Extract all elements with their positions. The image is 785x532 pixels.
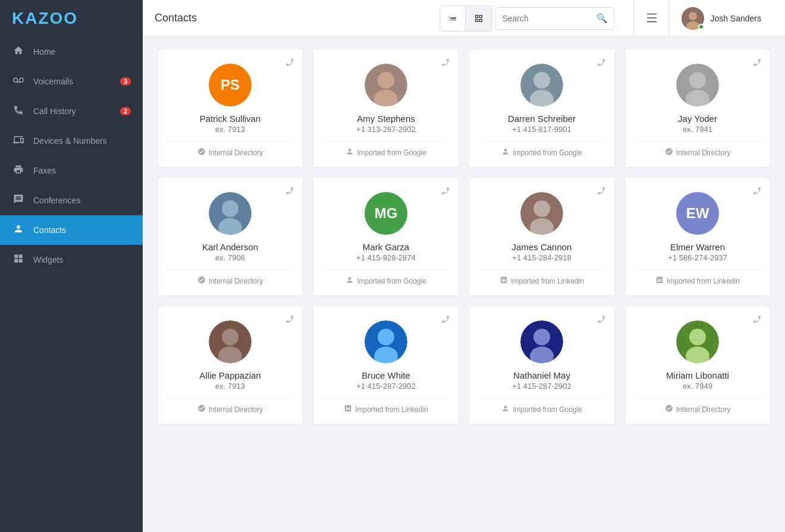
notifications-area[interactable] (634, 0, 670, 37)
topbar-right: 🔍 (439, 0, 773, 37)
call-button[interactable] (441, 314, 450, 326)
topbar: Contacts 🔍 (143, 0, 785, 37)
contact-phone: ex. 7906 (215, 253, 245, 262)
contact-phone: +1 415-287-2902 (356, 382, 415, 391)
source-icon (501, 404, 510, 414)
svg-point-4 (378, 72, 394, 89)
contact-avatar (209, 192, 252, 235)
sidebar-nav: Home Voicemails 3 Call History 2 Devices… (0, 37, 143, 275)
app-logo: KAZOO (0, 0, 143, 37)
source-label: Internal Directory (209, 149, 263, 157)
call-button[interactable] (752, 314, 762, 326)
logo-text: KAZOO (12, 9, 78, 28)
call-button[interactable] (752, 186, 762, 198)
contact-phone: ex. 7913 (215, 125, 245, 134)
contacts-icon (12, 223, 25, 237)
devices-icon (12, 134, 25, 147)
view-toggle (439, 5, 492, 32)
sidebar: KAZOO Home Voicemails 3 Call History 2 (0, 0, 143, 532)
call-button[interactable] (285, 314, 294, 326)
contact-name: Allie Pappazian (199, 370, 260, 380)
user-status-dot (698, 24, 704, 30)
contact-card: MG Mark Garza +1 415-928-2874 Imported f… (313, 177, 459, 296)
contact-card: PS Patrick Sullivan ex. 7913 Internal Di… (157, 49, 303, 168)
contact-name: Nathaniel May (513, 370, 570, 380)
contact-source: Imported from Linkedin (323, 398, 449, 414)
source-label: Imported from Google (357, 277, 426, 285)
user-name: Josh Sanders (710, 14, 761, 23)
contact-name: Elmer Warren (670, 242, 725, 252)
contact-avatar (520, 320, 563, 363)
contact-source: Imported from Google (323, 269, 449, 286)
source-icon (197, 147, 206, 158)
call-button[interactable] (441, 186, 450, 198)
contact-card: Bruce White +1 415-287-2902 Imported fro… (313, 306, 459, 424)
sidebar-item-devices-numbers[interactable]: Devices & Numbers (0, 126, 143, 156)
sidebar-item-voicemails[interactable]: Voicemails 3 (0, 67, 143, 96)
contact-name: Bruce White (362, 370, 410, 380)
call-history-icon (12, 105, 25, 118)
contact-phone: +1 415-817-9901 (512, 125, 571, 134)
sidebar-label-conferences: Conferences (33, 196, 80, 205)
sidebar-label-home: Home (33, 47, 55, 56)
contact-name: Jay Yoder (678, 114, 717, 124)
contact-name: Karl Anderson (202, 242, 258, 252)
source-icon (655, 276, 664, 286)
contact-phone: +1 415-284-2918 (512, 253, 571, 262)
contact-phone: +1 313-287-2902 (356, 125, 415, 134)
contact-avatar: PS (209, 64, 252, 106)
contact-avatar (676, 320, 719, 363)
source-label: Imported from Linkedin (511, 277, 584, 285)
sidebar-item-widgets[interactable]: Widgets (0, 245, 143, 275)
contact-card: Jay Yoder ex. 7941 Internal Directory (624, 49, 771, 168)
source-label: Imported from Linkedin (667, 277, 740, 285)
source-icon (197, 404, 206, 414)
sidebar-item-faxes[interactable]: Faxes (0, 156, 143, 185)
user-avatar-wrap (682, 7, 704, 30)
contact-card: EW Elmer Warren +1 586-274-2937 Imported… (624, 177, 771, 296)
contact-source: Imported from Google (323, 141, 449, 158)
source-label: Internal Directory (676, 405, 730, 414)
search-icon: 🔍 (596, 13, 608, 24)
call-button[interactable] (441, 58, 450, 70)
source-label: Imported from Google (357, 149, 426, 157)
contact-card: Allie Pappazian ex. 7913 Internal Direct… (157, 306, 303, 424)
grid-view-button[interactable] (466, 5, 492, 32)
contact-name: Patrick Sullivan (200, 114, 261, 124)
home-icon (12, 45, 25, 58)
svg-point-7 (533, 72, 550, 89)
call-button[interactable] (596, 58, 606, 70)
sidebar-item-call-history[interactable]: Call History 2 (0, 96, 143, 126)
source-icon (665, 404, 673, 414)
grid-toggle-area: 🔍 (439, 5, 614, 32)
user-area[interactable]: Josh Sanders (670, 7, 773, 30)
sidebar-item-home[interactable]: Home (0, 37, 143, 67)
contact-card: Karl Anderson ex. 7906 Internal Director… (157, 177, 303, 296)
sidebar-item-conferences[interactable]: Conferences (0, 185, 143, 215)
content-area: PS Patrick Sullivan ex. 7913 Internal Di… (143, 37, 785, 532)
contact-card: James Cannon +1 415-284-2918 Imported fr… (469, 177, 615, 296)
sidebar-label-widgets: Widgets (33, 255, 64, 265)
call-button[interactable] (285, 58, 294, 70)
sidebar-item-contacts[interactable]: Contacts (0, 215, 143, 245)
contact-phone: +1 415-928-2874 (356, 253, 415, 262)
contact-avatar: EW (676, 192, 719, 235)
contact-phone: ex. 7941 (683, 125, 712, 134)
source-icon (344, 404, 352, 414)
source-icon (197, 276, 206, 286)
contact-avatar (676, 64, 719, 106)
call-button[interactable] (752, 58, 762, 70)
call-button[interactable] (596, 314, 606, 326)
list-view-button[interactable] (439, 5, 466, 32)
contact-source: Internal Directory (167, 398, 293, 414)
page-title: Contacts (155, 12, 439, 24)
contact-phone: +1 586-274-2937 (668, 253, 727, 262)
call-button[interactable] (285, 186, 294, 198)
call-button[interactable] (596, 186, 606, 198)
contact-avatar (520, 64, 563, 106)
source-label: Internal Directory (676, 149, 730, 157)
contacts-grid: PS Patrick Sullivan ex. 7913 Internal Di… (157, 49, 771, 424)
main-area: Contacts 🔍 (143, 0, 785, 532)
voicemails-badge: 3 (120, 77, 131, 86)
search-input[interactable] (502, 14, 596, 23)
